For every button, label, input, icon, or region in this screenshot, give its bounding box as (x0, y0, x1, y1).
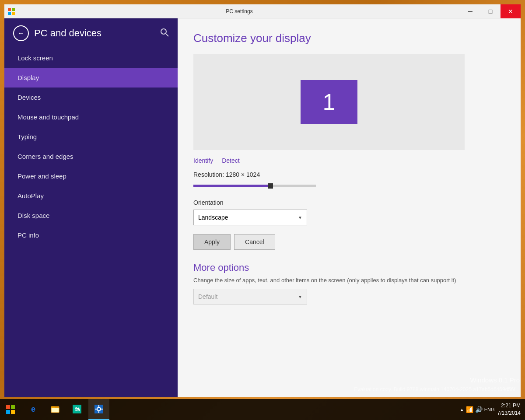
sidebar-item-disk-space[interactable]: Disk space (4, 206, 178, 225)
svg-rect-12 (51, 406, 55, 408)
cancel-button[interactable]: Cancel (234, 234, 275, 250)
sidebar-item-lock-screen[interactable]: Lock screen (4, 48, 178, 68)
more-options-desc: Change the size of apps, text, and other… (193, 277, 465, 284)
watermark-line1: Evaluation copy. Build 9788.winmain.1407… (337, 385, 520, 394)
sidebar-item-display[interactable]: Display (4, 68, 178, 88)
svg-rect-17 (98, 405, 99, 407)
svg-rect-6 (6, 405, 10, 409)
more-options-title: More options (193, 262, 505, 273)
size-dropdown[interactable]: Default ▼ (193, 289, 307, 304)
svg-rect-18 (98, 411, 99, 413)
back-button[interactable]: ← (13, 25, 29, 41)
system-clock[interactable]: 2:21 PM 7/13/2014 (497, 402, 521, 417)
display-monitor: 1 (301, 80, 357, 124)
taskbar-right: ▲ 📶 🔊 ENG 2:21 PM 7/13/2014 (460, 402, 525, 417)
svg-rect-19 (95, 409, 97, 410)
svg-rect-0 (8, 8, 11, 11)
sidebar-item-autoplay[interactable]: AutoPlay (4, 186, 178, 206)
dropdown-arrow-icon: ▼ (298, 215, 302, 220)
settings-taskbar-icon (94, 404, 104, 414)
orientation-label: Orientation (193, 199, 505, 206)
taskbar-explorer-button[interactable] (45, 399, 66, 420)
taskbar-ie-button[interactable]: e (23, 399, 44, 420)
svg-rect-7 (11, 405, 15, 409)
display-links: Identify Detect (193, 157, 505, 164)
search-button[interactable] (160, 28, 169, 39)
maximize-button[interactable]: □ (480, 4, 500, 18)
orientation-dropdown[interactable]: Landscape ▼ (193, 210, 307, 225)
display-preview: 1 (193, 54, 465, 150)
tray-expand-icon[interactable]: ▲ (460, 407, 464, 412)
taskbar-store-button[interactable]: 🛍 (66, 399, 88, 420)
sidebar-item-devices[interactable]: Devices (4, 88, 178, 107)
detect-link[interactable]: Detect (222, 157, 239, 164)
taskbar-icons: e 🛍 (21, 399, 111, 420)
keyboard-icon: ENG (484, 407, 495, 412)
sidebar: ← PC and devices Lock screenDisplayDevic… (4, 18, 178, 397)
svg-rect-9 (11, 410, 15, 414)
watermark: Windows 8.1 Pro Evaluation copy. Build 9… (337, 375, 525, 394)
sidebar-item-corners-edges[interactable]: Corners and edges (4, 147, 178, 166)
svg-rect-3 (12, 12, 15, 15)
sidebar-item-typing[interactable]: Typing (4, 127, 178, 147)
content-area: ← PC and devices Lock screenDisplayDevic… (4, 18, 521, 397)
app-window: PC settings ─ □ ✕ ← PC and devices (4, 4, 521, 397)
sidebar-item-power-sleep[interactable]: Power and sleep (4, 166, 178, 186)
clock-time: 2:21 PM (497, 402, 521, 410)
apply-button[interactable]: Apply (193, 234, 231, 250)
window-title: PC settings (18, 8, 460, 14)
svg-rect-20 (101, 409, 103, 410)
svg-rect-2 (8, 12, 11, 15)
size-dropdown-arrow-icon: ▼ (298, 294, 302, 299)
resolution-slider[interactable] (193, 182, 316, 190)
title-bar: PC settings ─ □ ✕ (4, 4, 521, 18)
watermark-title: Windows 8.1 Pro (337, 375, 520, 385)
display-number: 1 (323, 89, 336, 115)
store-icon: 🛍 (72, 404, 82, 414)
sidebar-item-pc-info[interactable]: PC info (4, 225, 178, 245)
svg-line-5 (166, 34, 168, 36)
svg-point-4 (161, 29, 166, 34)
sidebar-item-mouse-touchpad[interactable]: Mouse and touchpad (4, 107, 178, 127)
explorer-icon (50, 404, 60, 414)
slider-thumb[interactable] (268, 183, 273, 189)
size-value: Default (198, 293, 217, 300)
taskbar-settings-button[interactable] (88, 399, 109, 420)
app-icon (4, 4, 18, 18)
action-buttons: Apply Cancel (193, 234, 505, 250)
taskbar: e 🛍 ▲ (0, 399, 525, 420)
svg-text:🛍: 🛍 (74, 406, 80, 413)
page-title: Customize your display (193, 32, 505, 45)
network-icon: 📶 (466, 406, 473, 413)
svg-rect-1 (12, 8, 15, 11)
sidebar-header: ← PC and devices (4, 18, 178, 48)
svg-rect-11 (51, 408, 59, 413)
orientation-value: Landscape (198, 214, 228, 221)
volume-icon: 🔊 (475, 406, 483, 413)
ie-icon: e (31, 405, 35, 414)
sidebar-title: PC and devices (34, 28, 102, 39)
svg-rect-8 (6, 410, 10, 414)
sidebar-nav: Lock screenDisplayDevicesMouse and touch… (4, 48, 178, 397)
start-button[interactable] (0, 399, 21, 420)
minimize-button[interactable]: ─ (460, 4, 480, 18)
slider-fill (193, 185, 270, 187)
close-button[interactable]: ✕ (500, 4, 521, 18)
clock-date: 7/13/2014 (497, 410, 521, 417)
system-tray-icons: ▲ 📶 🔊 ENG (460, 406, 495, 413)
slider-track (193, 185, 316, 187)
identify-link[interactable]: Identify (193, 157, 213, 164)
window-controls: ─ □ ✕ (460, 4, 521, 18)
resolution-label: Resolution: 1280 × 1024 (193, 171, 505, 178)
back-icon: ← (18, 29, 24, 37)
main-panel: Customize your display 1 Identify Detect… (178, 18, 521, 397)
